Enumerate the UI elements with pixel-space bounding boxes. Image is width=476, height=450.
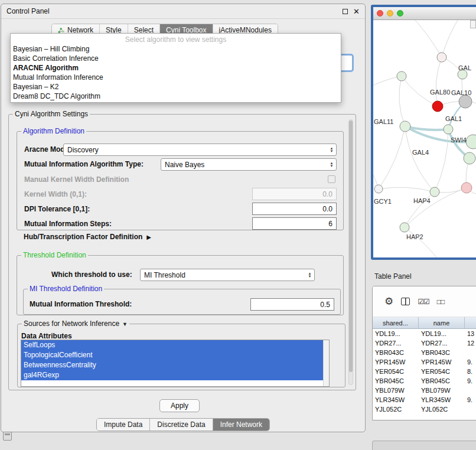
algorithm-definition-title: Algorithm Definition: [21, 127, 86, 136]
network-node-label: HAP2: [406, 233, 423, 240]
table-row[interactable]: YLR345WYLR345W9.: [373, 395, 476, 405]
table-column-header[interactable]: name: [419, 317, 465, 328]
table-cell: 13: [465, 330, 476, 337]
manual-kernel-width-label: Manual Kernel Width Definition: [24, 175, 129, 184]
network-node[interactable]: [430, 187, 439, 197]
mi-steps-field[interactable]: 6: [252, 217, 337, 230]
algorithm-option-mutual-information-inference[interactable]: Mutual Information Inference: [11, 73, 341, 82]
algorithm-option-bayesian-hill-climbing[interactable]: Bayesian – Hill Climbing: [11, 44, 341, 54]
table-column-header[interactable]: [465, 317, 476, 328]
algorithm-option-bayesian-k2[interactable]: Bayesian – K2: [11, 82, 341, 92]
network-edge: [399, 76, 405, 126]
algorithm-dropdown-popup: Select algorithm to view settings Bayesi…: [10, 33, 341, 103]
mi-algorithm-type-select[interactable]: Naive Bayes ▲▼: [161, 158, 337, 171]
network-icon: [58, 27, 64, 34]
network-node[interactable]: [459, 95, 472, 108]
mi-steps-label: Mutual Information Steps:: [24, 220, 112, 229]
bottom-tab-discretize-data[interactable]: Discretize Data: [150, 419, 213, 431]
table-row[interactable]: YBL079WYBL079W: [373, 386, 476, 395]
algorithm-option-aracne-algorithm[interactable]: ARACNE Algorithm: [11, 63, 341, 73]
deselect-all-icon[interactable]: □□: [437, 298, 445, 306]
network-node[interactable]: [466, 135, 476, 149]
float-panel-icon[interactable]: [343, 9, 348, 14]
which-threshold-value: MI Threshold: [141, 271, 305, 279]
table-column-header[interactable]: shared...: [373, 317, 419, 328]
table-cell: YER054C: [419, 368, 465, 375]
table-cell: 8.: [465, 368, 476, 375]
attribute-item-selfloops[interactable]: SelfLoops: [21, 340, 323, 350]
combo-arrows-icon: ▲▼: [327, 147, 336, 153]
hub-definition-label: Hub/Transcription Factor Definition: [24, 233, 142, 241]
zoom-window-icon[interactable]: [397, 10, 403, 17]
settings-scrollbar[interactable]: [348, 119, 353, 385]
cyni-settings-group-title: Cyni Algorithm Settings: [13, 110, 90, 119]
table-cell: YBR045C: [373, 377, 419, 384]
network-node[interactable]: [461, 182, 472, 193]
table-cell: YDL19...: [373, 330, 419, 337]
sources-section-header[interactable]: Sources for Network Inference▼: [22, 319, 129, 329]
bottom-tab-infer-network[interactable]: Infer Network: [213, 419, 269, 431]
table-row[interactable]: YJL052CYJL052C: [373, 405, 476, 414]
table-row[interactable]: YBR043CYBR043C: [373, 348, 476, 357]
collapse-arrow-icon[interactable]: ▼: [122, 321, 128, 327]
expand-arrow-icon[interactable]: ▶: [146, 234, 151, 240]
table-cell: YBR043C: [419, 349, 465, 356]
table-panel-window: ⚙ ☑☑ □□ shared...name YDL19...YDL19...13…: [372, 286, 476, 420]
table-cell: 12: [465, 340, 476, 347]
columns-icon[interactable]: [401, 298, 410, 305]
which-threshold-select[interactable]: MI Threshold ▲▼: [140, 269, 315, 281]
close-window-icon[interactable]: [377, 10, 383, 17]
data-attributes-list[interactable]: SelfLoopsTopologicalCoefficientBetweenne…: [21, 340, 330, 387]
network-edge: [442, 20, 461, 57]
network-edge: [436, 57, 442, 106]
network-node[interactable]: [444, 125, 453, 134]
manual-kernel-width-checkbox[interactable]: [328, 175, 335, 183]
mi-threshold-label: Mutual Information Threshold:: [30, 300, 132, 309]
apply-button[interactable]: Apply: [159, 399, 200, 412]
dpi-tolerance-field[interactable]: 0.0: [252, 203, 337, 215]
scrollbar-thumb[interactable]: [349, 120, 353, 372]
minimize-window-icon[interactable]: [387, 10, 393, 17]
network-node[interactable]: [374, 185, 383, 193]
table-cell: YJL052C: [373, 406, 419, 413]
attribute-item-betweennesscentrality[interactable]: BetweennessCentrality: [21, 360, 323, 370]
mi-threshold-field[interactable]: 0.5: [250, 298, 334, 311]
network-node[interactable]: [400, 121, 410, 132]
network-node[interactable]: [437, 53, 446, 62]
attributes-scrollbar[interactable]: [323, 340, 329, 386]
attribute-item-topologicalcoefficient[interactable]: TopologicalCoefficient: [21, 350, 323, 360]
aracne-mode-select[interactable]: Discovery ▲▼: [63, 144, 337, 156]
sources-section-label: Sources for Network Inference: [24, 319, 119, 328]
network-node[interactable]: [464, 152, 475, 164]
close-panel-icon[interactable]: ✕: [353, 8, 360, 15]
bottom-tab-impute-data[interactable]: Impute Data: [97, 419, 150, 431]
network-canvas[interactable]: GALGAL80GAL10GAL11GAL1SWI4GAL4GCY1HAP4HA…: [373, 20, 476, 257]
network-node[interactable]: [397, 71, 406, 81]
hub-definition-section[interactable]: Hub/Transcription Factor Definition ▶: [24, 233, 151, 241]
combo-arrows-icon: ▲▼: [327, 162, 336, 168]
cyni-settings-group: Cyni Algorithm Settings Algorithm Defini…: [8, 114, 356, 390]
table-row[interactable]: YPR145WYPR145W9.: [373, 357, 476, 367]
network-node-label: GAL10: [451, 89, 471, 96]
select-all-icon[interactable]: ☑☑: [418, 298, 429, 306]
table-cell: YER054C: [373, 368, 419, 375]
algorithm-option-basic-correlation-inference[interactable]: Basic Correlation Inference: [11, 54, 341, 63]
table-row[interactable]: YDL19...YDL19...13: [373, 329, 476, 338]
algorithm-option-dream8-dc-tdc-algorithm[interactable]: Dream8 DC_TDC Algorithm: [11, 92, 341, 101]
table-cell: YDR27...: [373, 340, 419, 347]
gear-icon[interactable]: ⚙: [384, 295, 393, 308]
network-node[interactable]: [432, 101, 443, 112]
table-row[interactable]: YDR27...YDR27...12: [373, 338, 476, 348]
restore-panel-icon[interactable]: [3, 432, 12, 441]
network-node[interactable]: [400, 223, 409, 232]
network-node-label: GAL4: [412, 149, 429, 156]
table-cell: 9.: [465, 358, 476, 366]
network-scrollbar[interactable]: [470, 20, 476, 28]
network-window-titlebar[interactable]: [373, 7, 476, 20]
kernel-width-field[interactable]: 0.0: [252, 188, 337, 200]
table-row[interactable]: YER054CYER054C8.: [373, 367, 476, 376]
attribute-item-gal4rgexp[interactable]: gal4RGexp: [21, 370, 323, 380]
network-view-window: GALGAL80GAL10GAL11GAL1SWI4GAL4GCY1HAP4HA…: [371, 5, 476, 260]
collapsed-panel-bar[interactable]: [372, 441, 476, 450]
table-row[interactable]: YBR045CYBR045C9.: [373, 376, 476, 386]
